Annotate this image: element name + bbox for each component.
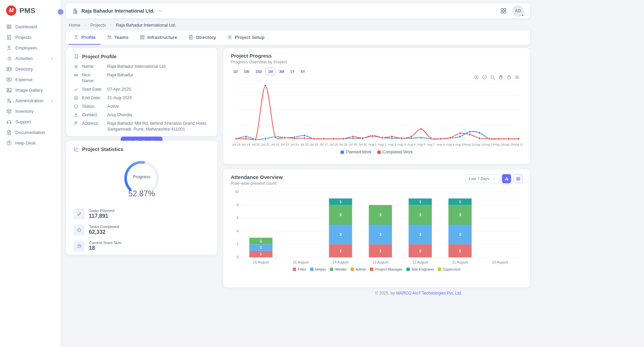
profile-field-nick-name: Nick Name:Raja Bahadur (74, 72, 210, 84)
administration-icon (6, 98, 12, 104)
tab-label: Project Setup (235, 35, 264, 40)
legend-completed-work[interactable]: Completed Work (377, 150, 413, 154)
svg-text:Aug 6: Aug 6 (417, 143, 425, 146)
stats-list: Tasks Planned117,891Tasks Completed62,33… (74, 208, 210, 252)
legend-admin[interactable]: Admin (351, 267, 366, 271)
online-status-dot (521, 14, 524, 17)
dashboard-icon (6, 24, 12, 30)
sidebar-item-activities[interactable]: Activities (0, 54, 58, 63)
sidebar-collapse-button[interactable] (57, 8, 64, 16)
sidebar-item-projects[interactable]: Projects (0, 32, 58, 42)
svg-text:16 August: 16 August (253, 260, 269, 264)
sidebar-item-inventory[interactable]: Inventory (0, 106, 58, 116)
svg-text:4: 4 (237, 229, 239, 233)
sidebar-item-directory[interactable]: Directory (0, 64, 58, 74)
help-desk-icon (6, 140, 12, 146)
range-1y-button[interactable]: 1Y (288, 67, 297, 75)
range-15d-button[interactable]: 15D (253, 67, 264, 75)
sidebar-item-expense[interactable]: Expense (0, 75, 58, 85)
avatar-initials: AD (515, 9, 521, 13)
pan-icon[interactable] (498, 75, 503, 80)
sidebar-item-label: Projects (15, 35, 54, 40)
tab-project-setup[interactable]: Project Setup (222, 30, 269, 45)
person-icon (74, 112, 79, 118)
zoom-out-icon[interactable] (482, 75, 487, 80)
image-gallery-icon (6, 87, 12, 93)
company-selector[interactable]: Raja Bahadur International Ltd. (72, 8, 163, 14)
sidebar-nav: DashboardProjectsEmployeesActivitiesDire… (0, 20, 61, 148)
svg-text:3: 3 (459, 213, 461, 217)
sidebar: M PMS DashboardProjectsEmployeesActiviti… (0, 0, 61, 347)
stat-value: 117,891 (89, 213, 114, 219)
company-name: Raja Bahadur International Ltd. (81, 8, 155, 14)
table-view-toggle-button[interactable] (514, 174, 522, 183)
left-column: Project Profile Name:Raja Bahadur Intern… (66, 48, 217, 255)
star-icon (76, 227, 82, 233)
svg-text:Jul 27: Jul 27 (320, 143, 328, 146)
legend-planned-work[interactable]: Planned Work (340, 150, 371, 154)
svg-text:Aug 16: Aug 16 (513, 143, 522, 146)
tab-profile[interactable]: Profile (69, 30, 100, 45)
chevron-down-icon (492, 177, 496, 181)
apps-grid-icon[interactable] (500, 7, 507, 14)
sidebar-item-documentation[interactable]: Documentation (0, 127, 58, 137)
field-value: 31-Aug-2025 (107, 95, 210, 101)
sidebar-item-employees[interactable]: Employees (0, 43, 58, 53)
svg-text:12 August: 12 August (412, 260, 428, 264)
sidebar-item-dashboard[interactable]: Dashboard (0, 22, 58, 32)
breadcrumb-item[interactable]: Home (69, 22, 80, 28)
range-1m-button[interactable]: 1M (265, 67, 275, 75)
sidebar-item-administration[interactable]: Administration (0, 96, 58, 106)
field-value: Raja Bahadur (107, 72, 210, 78)
footer-link[interactable]: MARCO AIoT Technologies Pvt. Ltd. (396, 291, 462, 296)
range-1w-button[interactable]: 1W (241, 67, 252, 75)
svg-text:Jul 21: Jul 21 (261, 143, 270, 146)
range-5y-button[interactable]: 5Y (298, 67, 307, 75)
sidebar-item-label: Dashboard (15, 24, 54, 29)
building-icon (72, 8, 78, 14)
legend-fitter[interactable]: Fitter (293, 267, 306, 271)
range-3m-button[interactable]: 3M (277, 67, 287, 75)
chart-view-toggle-button[interactable] (502, 174, 511, 183)
tab-infrastructure[interactable]: Infrastructure (135, 30, 182, 45)
date-range-select[interactable]: Last 7 Days (465, 174, 499, 183)
svg-text:Aug 13: Aug 13 (484, 143, 494, 146)
legend-helper[interactable]: Helper (310, 267, 326, 271)
bookmark-icon (74, 54, 79, 59)
svg-text:2: 2 (459, 249, 461, 253)
attendance-chart[interactable]: 024681016 August11115 August14 August233… (231, 188, 522, 266)
svg-text:Aug 2: Aug 2 (378, 143, 386, 146)
stat-tasks-completed: Tasks Completed62,332 (74, 224, 210, 236)
app-logo[interactable]: M PMS (0, 0, 61, 20)
sidebar-item-label: Documentation (15, 130, 54, 135)
legend-project-manager[interactable]: Project Manager (370, 267, 403, 271)
home-icon[interactable] (506, 75, 512, 80)
tab-teams[interactable]: Teams (102, 30, 133, 45)
range-1d-button[interactable]: 1D (231, 67, 240, 75)
project-progress-chart[interactable]: Jul 18Jul 19Jul 20Jul 21Jul 22Jul 23Jul … (231, 77, 522, 149)
avatar[interactable]: AD (512, 5, 524, 17)
legend-site-engineer[interactable]: Site Engineer (406, 267, 434, 271)
svg-text:2: 2 (237, 242, 239, 246)
sidebar-item-label: Directory (15, 66, 54, 72)
check-icon (76, 211, 82, 217)
magnifier-icon[interactable] (490, 75, 495, 80)
menu-icon[interactable] (515, 75, 520, 80)
attendance-controls: Last 7 Days (465, 174, 522, 183)
field-value: Raja Bahadur Mill Rd, behind Sheraton Gr… (107, 121, 210, 132)
sidebar-item-image-gallery[interactable]: Image Gallery (0, 85, 58, 95)
zoom-in-icon[interactable] (474, 75, 479, 80)
sidebar-item-support[interactable]: Support (0, 117, 58, 127)
chevron-right-icon (109, 23, 113, 27)
team-icon (76, 243, 82, 249)
breadcrumb-item[interactable]: Projects (90, 22, 106, 28)
legend-supervisor[interactable]: Supervisor (438, 267, 461, 271)
tab-directory[interactable]: Directory (183, 30, 221, 45)
field-value: 07-Apr-2025 (107, 87, 210, 92)
documentation-icon (6, 130, 12, 135)
sidebar-item-label: Inventory (15, 109, 54, 114)
support-icon (6, 119, 12, 125)
field-label: End Date: (82, 95, 104, 101)
legend-welder[interactable]: Welder (330, 267, 347, 271)
sidebar-item-help-desk[interactable]: Help Desk (0, 138, 58, 148)
